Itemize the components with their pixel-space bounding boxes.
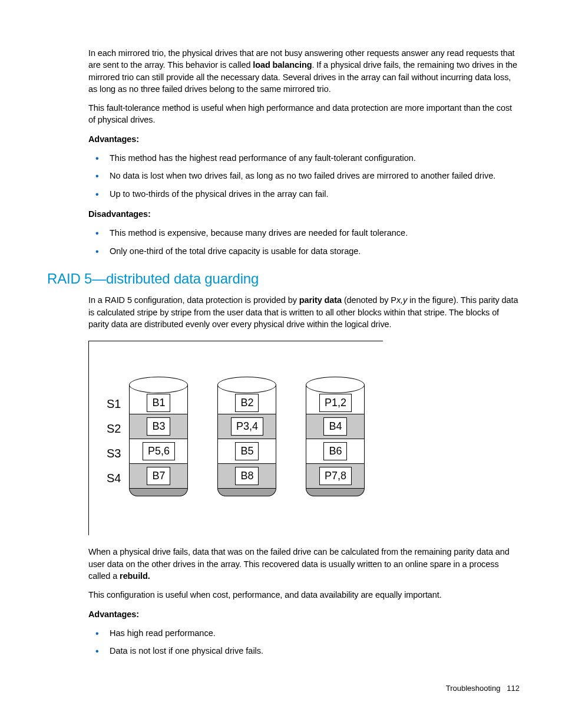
list-item: Data is not lost if one physical drive f… [88,645,518,657]
block: P3,4 [231,417,263,436]
block: B1 [147,394,170,412]
section-heading-raid5: RAID 5—distributed data guarding [47,269,518,289]
block: B4 [323,417,347,436]
block: B6 [323,442,347,460]
drive-1: B1 B3 P5,6 B7 [129,377,188,496]
list-item: No data is lost when two drives fail, as… [88,170,518,182]
list-item: Up to two-thirds of the physical drives … [88,188,518,200]
advantages-list: This method has the highest read perform… [47,152,518,200]
footer-page-number: 112 [507,684,520,693]
footer-section: Troubleshooting [446,684,501,693]
block: B2 [235,394,259,412]
cylinder-bottom-icon [306,488,365,496]
term-parity-data: parity data [299,295,342,305]
text: In a RAID 5 configuration, data protecti… [88,295,299,305]
list-item: Only one-third of the total drive capaci… [88,245,518,257]
block: B7 [147,467,170,485]
raid5-diagram: S1 S2 S3 S4 B1 B3 P5,6 B7 [88,341,383,535]
page-footer: Troubleshooting 112 [446,683,520,694]
stripe-labels: S1 S2 S3 S4 [107,396,121,486]
var-xy: x,y [396,295,407,305]
stripe-label: S2 [107,420,121,437]
term-load-balancing: load balancing [253,60,312,70]
stripe-label: S4 [107,470,121,486]
cylinder-bottom-icon [129,488,188,496]
list-item: This method has the highest read perform… [88,152,518,164]
cylinder-bottom-icon [217,488,276,496]
drive-2: B2 P3,4 B5 B8 [217,377,276,496]
advantages-heading: Advantages: [88,133,518,145]
advantages-list-2: Has high read performance. Data is not l… [47,627,518,657]
text: (denoted by P [342,295,396,305]
after-diagram-para-1: When a physical drive fails, data that w… [88,546,518,582]
block: B8 [235,467,259,485]
list-item: Has high read performance. [88,627,518,639]
block: B3 [147,417,170,436]
list-item: This method is expensive, because many d… [88,227,518,239]
block: P7,8 [319,467,352,485]
term-rebuild: rebuild. [120,571,150,581]
block: P5,6 [143,442,175,460]
drive-3: P1,2 B4 B6 P7,8 [306,377,365,496]
intro-para-1: In each mirrored trio, the physical driv… [88,47,518,95]
disadvantages-heading: Disadvantages: [88,208,518,220]
advantages-heading-2: Advantages: [88,608,518,620]
raid5-para: In a RAID 5 configuration, data protecti… [88,294,518,330]
disadvantages-list: This method is expensive, because many d… [47,227,518,257]
stripe-label: S1 [107,396,121,412]
stripe-label: S3 [107,445,121,462]
intro-para-2: This fault-tolerance method is useful wh… [88,102,518,126]
text: When a physical drive fails, data that w… [88,547,510,581]
block: P1,2 [319,394,352,412]
block: B5 [235,442,259,460]
after-diagram-para-2: This configuration is useful when cost, … [88,589,518,601]
